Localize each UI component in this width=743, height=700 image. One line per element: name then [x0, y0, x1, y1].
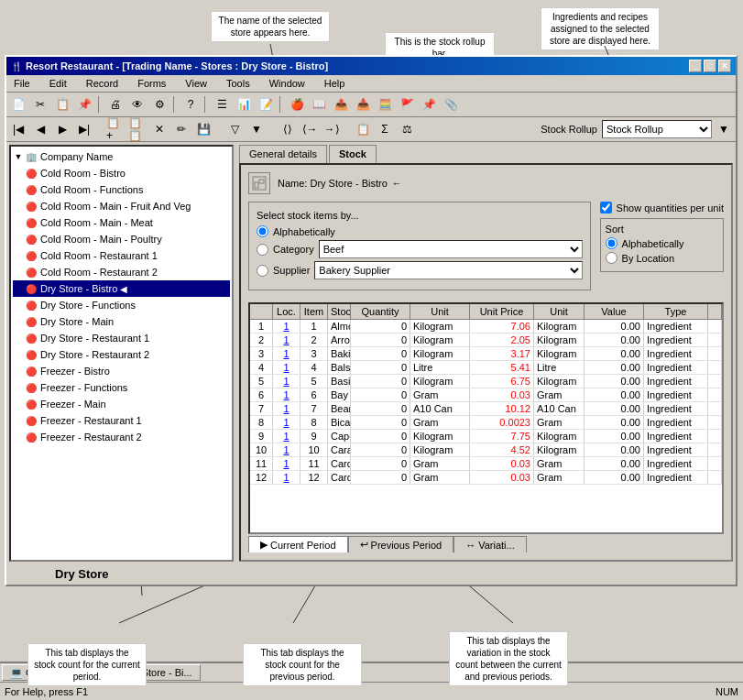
graph-button[interactable]: 📊	[234, 94, 254, 115]
note-button[interactable]: 📎	[441, 94, 461, 115]
paste-button[interactable]: 📌	[74, 94, 94, 115]
cell-loc[interactable]: 1	[273, 388, 300, 401]
cell-loc[interactable]: 1	[273, 457, 300, 470]
calc-button[interactable]: 🧮	[375, 94, 395, 115]
tab-previous-period[interactable]: ↩ Previous Period	[348, 536, 454, 552]
table-row[interactable]: 9 1 9 Capers 0 Kilogram 7.75 Kilogram 0.…	[250, 430, 722, 443]
header-unitprice[interactable]: Unit Price	[470, 304, 534, 319]
tree-toggle-root[interactable]: ▼	[13, 152, 24, 161]
menu-window[interactable]: Window	[267, 77, 308, 90]
table-row[interactable]: 5 1 5 Basil Oil 0 Kilogram 6.75 Kilogram…	[250, 375, 722, 388]
add-button[interactable]: 📋+	[105, 119, 126, 139]
nav4-btn[interactable]: 📋	[353, 119, 373, 139]
cell-loc[interactable]: 1	[273, 443, 300, 456]
header-item[interactable]: Item	[300, 304, 328, 319]
table-row[interactable]: 11 1 11 Cardamom Seeds Black 0 Gram 0.03…	[250, 457, 722, 471]
table-row[interactable]: 7 1 7 Beans Refried 0 A10 Can 10.12 A10 …	[250, 402, 722, 416]
tree-root[interactable]: ▼ 🏢 Company Name	[13, 148, 230, 165]
delete-button[interactable]: ✕	[149, 119, 169, 139]
tree-item-dry-rest1[interactable]: 🔴 Dry Store - Restaurant 1	[13, 330, 230, 346]
tab-variation[interactable]: ↔ Variati...	[453, 536, 527, 552]
form-button[interactable]: 📝	[256, 94, 276, 115]
show-quantities-checkbox[interactable]	[600, 202, 612, 213]
menu-record[interactable]: Record	[83, 77, 121, 90]
last-button[interactable]: ▶|	[74, 119, 94, 139]
cell-loc[interactable]: 1	[273, 347, 300, 360]
recipe-button[interactable]: 📖	[309, 94, 329, 115]
filter2-btn[interactable]: ▼	[246, 119, 267, 139]
nav2-btn[interactable]: ⟨→	[300, 119, 320, 139]
radio-supplier-input[interactable]	[257, 265, 268, 277]
table-row[interactable]: 6 1 6 Bay Leaves Dried 0 Gram 0.03 Gram …	[250, 388, 722, 402]
tree-item-freezer-main[interactable]: 🔴 Freezer - Main	[13, 396, 230, 412]
menu-edit[interactable]: Edit	[47, 77, 70, 90]
table-row[interactable]: 3 1 3 Baking Powder 0 Kilogram 3.17 Kilo…	[250, 347, 722, 361]
tree-item-cold-bistro[interactable]: 🔴 Cold Room - Bistro	[13, 165, 230, 181]
rollup-dropdown-btn[interactable]: ▼	[714, 119, 734, 139]
dupe-button[interactable]: 📋📋	[127, 119, 148, 139]
next-button[interactable]: ▶	[52, 119, 72, 139]
cell-loc[interactable]: 1	[273, 471, 300, 484]
table-row[interactable]: 1 1 1 Almond Meal 0 Kilogram 7.06 Kilogr…	[250, 320, 722, 334]
menu-help[interactable]: Help	[322, 77, 348, 90]
tree-item-freezer-functions[interactable]: 🔴 Freezer - Functions	[13, 379, 230, 396]
menu-tools[interactable]: Tools	[224, 77, 253, 90]
cell-loc[interactable]: 1	[273, 375, 300, 388]
nav1-btn[interactable]: ⟨⟩	[278, 119, 298, 139]
radio-alpha-input[interactable]	[257, 225, 268, 237]
menu-view[interactable]: View	[182, 77, 210, 90]
sort-location-radio[interactable]	[606, 252, 617, 264]
sort-alpha-radio[interactable]	[606, 237, 617, 249]
cell-loc[interactable]: 1	[273, 430, 300, 443]
pin-button[interactable]: 📌	[419, 94, 439, 115]
print-button[interactable]: 🖨	[105, 94, 126, 115]
menu-forms[interactable]: Forms	[135, 77, 169, 90]
nav3-btn[interactable]: →⟩	[322, 119, 342, 139]
header-type[interactable]: Type	[644, 304, 708, 319]
prev-button[interactable]: ◀	[30, 119, 50, 139]
list-button[interactable]: ☰	[212, 94, 232, 115]
cell-loc[interactable]: 1	[273, 320, 300, 333]
save-btn2[interactable]: 💾	[193, 119, 213, 139]
cut-button[interactable]: ✂	[30, 94, 50, 115]
close-button[interactable]: ✕	[718, 60, 731, 72]
header-unit2[interactable]: Unit	[534, 304, 585, 319]
minimize-button[interactable]: _	[689, 60, 702, 72]
new-button[interactable]: 📄	[8, 94, 28, 115]
header-qty[interactable]: Quantity	[351, 304, 410, 319]
tree-item-cold-functions[interactable]: 🔴 Cold Room - Functions	[13, 181, 230, 198]
filter-btn[interactable]: ▽	[224, 119, 245, 139]
supplier-select[interactable]: Bakery Supplier	[314, 261, 582, 279]
table-row[interactable]: 4 1 4 Balsamic Vinegar 0 Litre 5.41 Litr…	[250, 361, 722, 375]
table-row[interactable]: 8 1 8 Bicarbonate Soda 0 Gram 0.0023 Gra…	[250, 416, 722, 430]
help-button[interactable]: ?	[180, 94, 201, 115]
nav6-btn[interactable]: ⚖	[397, 119, 417, 139]
tab-stock[interactable]: Stock	[329, 145, 377, 163]
flag-button[interactable]: 🚩	[397, 94, 417, 115]
tree-item-cold-meat[interactable]: 🔴 Cold Room - Main - Meat	[13, 214, 230, 231]
tree-item-dry-bistro[interactable]: 🔴 Dry Store - Bistro ◀	[13, 280, 230, 297]
tab-general-details[interactable]: General details	[239, 145, 327, 163]
category-select[interactable]: Beef	[319, 240, 583, 258]
preview-button[interactable]: 👁	[127, 94, 148, 115]
food-button[interactable]: 🍎	[287, 94, 307, 115]
radio-category-input[interactable]	[257, 244, 268, 256]
tree-item-freezer-rest2[interactable]: 🔴 Freezer - Restaurant 2	[13, 429, 230, 445]
cell-loc[interactable]: 1	[273, 416, 300, 429]
import-button[interactable]: 📥	[353, 94, 373, 115]
tree-item-dry-rest2[interactable]: 🔴 Dry Store - Restaurant 2	[13, 346, 230, 363]
header-loc[interactable]: Loc.	[273, 304, 300, 319]
table-row[interactable]: 12 1 12 Cardamom Seeds Green 0 Gram 0.03…	[250, 471, 722, 485]
setup-button[interactable]: ⚙	[149, 94, 169, 115]
tree-item-freezer-bistro[interactable]: 🔴 Freezer - Bistro	[13, 363, 230, 379]
export-button[interactable]: 📤	[331, 94, 351, 115]
tree-item-dry-main[interactable]: 🔴 Dry Store - Main	[13, 313, 230, 330]
tree-item-freezer-rest1[interactable]: 🔴 Freezer - Restaurant 1	[13, 412, 230, 429]
table-row[interactable]: 2 1 2 Arrowroot Powder 0 Kilogram 2.05 K…	[250, 334, 722, 347]
tree-item-cold-fruit[interactable]: 🔴 Cold Room - Main - Fruit And Veg	[13, 198, 230, 214]
maximize-button[interactable]: □	[704, 60, 716, 72]
rollup-select[interactable]: Stock Rollup	[602, 120, 712, 138]
copy-button[interactable]: 📋	[52, 94, 72, 115]
cell-loc[interactable]: 1	[273, 402, 300, 415]
tree-item-dry-functions[interactable]: 🔴 Dry Store - Functions	[13, 297, 230, 313]
